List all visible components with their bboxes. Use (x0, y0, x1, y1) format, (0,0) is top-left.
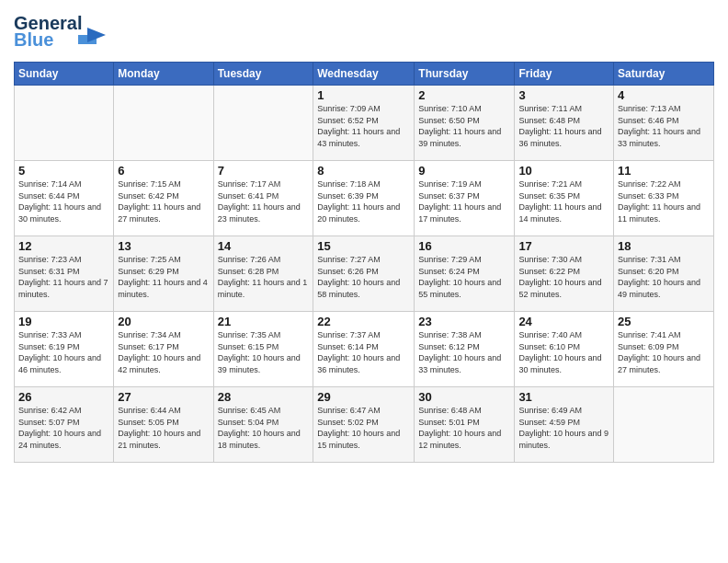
calendar-cell: 17Sunrise: 7:30 AMSunset: 6:22 PMDayligh… (515, 236, 614, 312)
calendar-cell: 29Sunrise: 6:47 AMSunset: 5:02 PMDayligh… (313, 387, 415, 463)
day-number: 21 (218, 315, 310, 328)
day-number: 13 (118, 239, 209, 253)
calendar-cell (614, 387, 714, 463)
day-number: 18 (618, 239, 710, 253)
calendar-week-1: 1Sunrise: 7:09 AMSunset: 6:52 PMDaylight… (15, 86, 714, 161)
calendar-week-4: 19Sunrise: 7:33 AMSunset: 6:19 PMDayligh… (15, 312, 714, 387)
day-info: Sunrise: 7:17 AMSunset: 6:41 PMDaylight:… (218, 178, 310, 224)
calendar-cell: 6Sunrise: 7:15 AMSunset: 6:42 PMDaylight… (114, 161, 213, 236)
day-info: Sunrise: 7:25 AMSunset: 6:29 PMDaylight:… (118, 254, 209, 300)
weekday-header-monday: Monday (114, 63, 213, 86)
calendar-cell: 2Sunrise: 7:10 AMSunset: 6:50 PMDaylight… (415, 86, 515, 161)
day-info: Sunrise: 7:15 AMSunset: 6:42 PMDaylight:… (118, 178, 209, 224)
day-info: Sunrise: 7:41 AMSunset: 6:09 PMDaylight:… (618, 329, 710, 375)
calendar-table: SundayMondayTuesdayWednesdayThursdayFrid… (14, 62, 714, 463)
calendar-cell: 13Sunrise: 7:25 AMSunset: 6:29 PMDayligh… (114, 236, 213, 312)
day-number: 19 (18, 315, 109, 328)
weekday-header-sunday: Sunday (15, 63, 114, 86)
calendar-cell: 14Sunrise: 7:26 AMSunset: 6:28 PMDayligh… (213, 236, 313, 312)
day-info: Sunrise: 7:31 AMSunset: 6:20 PMDaylight:… (618, 254, 710, 300)
day-number: 4 (618, 88, 710, 102)
day-number: 1 (317, 88, 410, 102)
calendar-cell: 25Sunrise: 7:41 AMSunset: 6:09 PMDayligh… (614, 312, 714, 387)
day-info: Sunrise: 7:11 AMSunset: 6:48 PMDaylight:… (518, 103, 609, 149)
calendar-cell: 28Sunrise: 6:45 AMSunset: 5:04 PMDayligh… (213, 387, 313, 463)
day-info: Sunrise: 7:14 AMSunset: 6:44 PMDaylight:… (18, 178, 109, 224)
calendar-cell: 18Sunrise: 7:31 AMSunset: 6:20 PMDayligh… (614, 236, 714, 312)
calendar-cell: 7Sunrise: 7:17 AMSunset: 6:41 PMDaylight… (213, 161, 313, 236)
day-info: Sunrise: 6:45 AMSunset: 5:04 PMDaylight:… (218, 405, 310, 451)
calendar-cell: 30Sunrise: 6:48 AMSunset: 5:01 PMDayligh… (415, 387, 515, 463)
day-number: 22 (317, 315, 410, 328)
day-number: 3 (518, 88, 609, 102)
day-number: 10 (518, 164, 609, 178)
calendar-cell: 1Sunrise: 7:09 AMSunset: 6:52 PMDaylight… (313, 86, 415, 161)
calendar-cell: 26Sunrise: 6:42 AMSunset: 5:07 PMDayligh… (15, 387, 114, 463)
day-number: 11 (618, 164, 710, 178)
weekday-header-thursday: Thursday (415, 63, 515, 86)
calendar-cell: 4Sunrise: 7:13 AMSunset: 6:46 PMDaylight… (614, 86, 714, 161)
logo: General Blue (14, 9, 115, 54)
day-info: Sunrise: 7:19 AMSunset: 6:37 PMDaylight:… (418, 178, 510, 224)
calendar-cell: 8Sunrise: 7:18 AMSunset: 6:39 PMDaylight… (313, 161, 415, 236)
calendar-cell: 10Sunrise: 7:21 AMSunset: 6:35 PMDayligh… (515, 161, 614, 236)
day-info: Sunrise: 7:34 AMSunset: 6:17 PMDaylight:… (118, 329, 209, 375)
calendar-week-5: 26Sunrise: 6:42 AMSunset: 5:07 PMDayligh… (15, 387, 714, 463)
calendar-cell: 19Sunrise: 7:33 AMSunset: 6:19 PMDayligh… (15, 312, 114, 387)
calendar-week-3: 12Sunrise: 7:23 AMSunset: 6:31 PMDayligh… (15, 236, 714, 312)
calendar-week-2: 5Sunrise: 7:14 AMSunset: 6:44 PMDaylight… (15, 161, 714, 236)
weekday-header-friday: Friday (515, 63, 614, 86)
day-info: Sunrise: 7:37 AMSunset: 6:14 PMDaylight:… (317, 329, 410, 375)
day-info: Sunrise: 7:26 AMSunset: 6:28 PMDaylight:… (218, 254, 310, 300)
header-row: SundayMondayTuesdayWednesdayThursdayFrid… (15, 63, 714, 86)
day-number: 31 (518, 390, 609, 404)
day-number: 30 (418, 390, 510, 404)
day-info: Sunrise: 6:42 AMSunset: 5:07 PMDaylight:… (18, 405, 109, 451)
calendar-cell: 3Sunrise: 7:11 AMSunset: 6:48 PMDaylight… (515, 86, 614, 161)
day-number: 16 (418, 239, 510, 253)
day-number: 24 (518, 315, 609, 328)
day-info: Sunrise: 7:29 AMSunset: 6:24 PMDaylight:… (418, 254, 510, 300)
logo-svg: General Blue (14, 9, 115, 51)
day-info: Sunrise: 7:22 AMSunset: 6:33 PMDaylight:… (618, 178, 710, 224)
weekday-header-wednesday: Wednesday (313, 63, 415, 86)
day-number: 26 (18, 390, 109, 404)
day-number: 12 (18, 239, 109, 253)
calendar-cell (213, 86, 313, 161)
calendar-cell: 20Sunrise: 7:34 AMSunset: 6:17 PMDayligh… (114, 312, 213, 387)
day-info: Sunrise: 6:44 AMSunset: 5:05 PMDaylight:… (118, 405, 209, 451)
logo-text: General Blue (14, 9, 115, 54)
day-info: Sunrise: 7:18 AMSunset: 6:39 PMDaylight:… (317, 178, 410, 224)
day-number: 17 (518, 239, 609, 253)
day-info: Sunrise: 7:21 AMSunset: 6:35 PMDaylight:… (518, 178, 609, 224)
calendar-cell: 11Sunrise: 7:22 AMSunset: 6:33 PMDayligh… (614, 161, 714, 236)
calendar-cell: 23Sunrise: 7:38 AMSunset: 6:12 PMDayligh… (415, 312, 515, 387)
calendar-cell: 22Sunrise: 7:37 AMSunset: 6:14 PMDayligh… (313, 312, 415, 387)
day-number: 9 (418, 164, 510, 178)
calendar-cell: 16Sunrise: 7:29 AMSunset: 6:24 PMDayligh… (415, 236, 515, 312)
day-info: Sunrise: 6:49 AMSunset: 4:59 PMDaylight:… (518, 405, 609, 451)
calendar-cell: 21Sunrise: 7:35 AMSunset: 6:15 PMDayligh… (213, 312, 313, 387)
day-info: Sunrise: 6:48 AMSunset: 5:01 PMDaylight:… (418, 405, 510, 451)
day-info: Sunrise: 7:09 AMSunset: 6:52 PMDaylight:… (317, 103, 410, 149)
day-number: 2 (418, 88, 510, 102)
calendar-cell: 12Sunrise: 7:23 AMSunset: 6:31 PMDayligh… (15, 236, 114, 312)
calendar-cell (114, 86, 213, 161)
day-info: Sunrise: 7:40 AMSunset: 6:10 PMDaylight:… (518, 329, 609, 375)
day-info: Sunrise: 6:47 AMSunset: 5:02 PMDaylight:… (317, 405, 410, 451)
day-info: Sunrise: 7:13 AMSunset: 6:46 PMDaylight:… (618, 103, 710, 149)
calendar-cell: 31Sunrise: 6:49 AMSunset: 4:59 PMDayligh… (515, 387, 614, 463)
day-number: 8 (317, 164, 410, 178)
day-number: 6 (118, 164, 209, 178)
day-info: Sunrise: 7:30 AMSunset: 6:22 PMDaylight:… (518, 254, 609, 300)
day-number: 14 (218, 239, 310, 253)
weekday-header-saturday: Saturday (614, 63, 714, 86)
header: General Blue (14, 9, 714, 54)
day-number: 15 (317, 239, 410, 253)
day-info: Sunrise: 7:27 AMSunset: 6:26 PMDaylight:… (317, 254, 410, 300)
day-number: 5 (18, 164, 109, 178)
svg-text:Blue: Blue (14, 29, 53, 50)
day-number: 29 (317, 390, 410, 404)
day-info: Sunrise: 7:10 AMSunset: 6:50 PMDaylight:… (418, 103, 510, 149)
day-info: Sunrise: 7:38 AMSunset: 6:12 PMDaylight:… (418, 329, 510, 375)
